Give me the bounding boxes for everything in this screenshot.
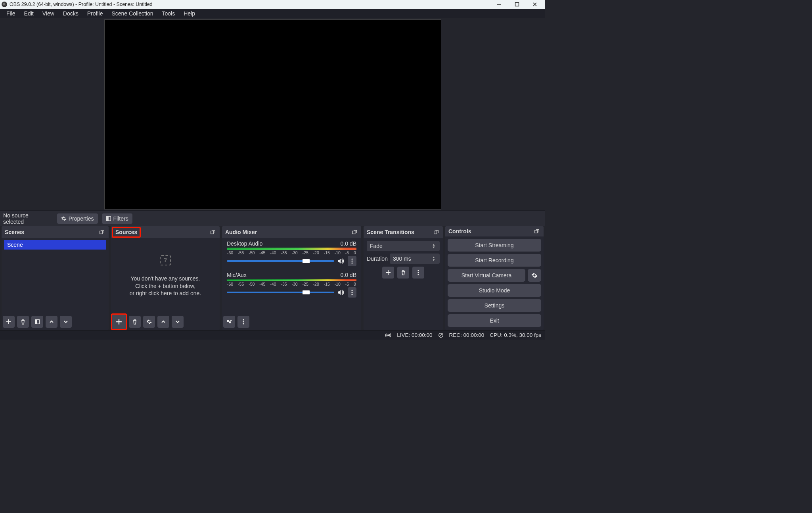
svg-point-34 [388, 334, 389, 336]
scene-item[interactable]: Scene [4, 240, 106, 250]
scenes-list[interactable]: Scene [2, 238, 109, 314]
svg-point-30 [417, 270, 419, 271]
sources-empty-area[interactable]: ? You don't have any sources. Click the … [111, 238, 220, 314]
volume-slider[interactable] [227, 260, 334, 262]
meter-ticks: -60-55-50-45-40-35-30-25-20-15-10-50 [227, 250, 356, 255]
duration-input[interactable]: 300 ms ▲▼ [390, 254, 440, 264]
remove-transition-button[interactable] [397, 267, 409, 279]
svg-point-16 [351, 260, 352, 261]
controls-panel: Controls Start Streaming Start Recording… [445, 226, 544, 330]
start-vcam-button[interactable]: Start Virtual Camera [448, 269, 525, 282]
no-record-icon [438, 332, 444, 338]
start-recording-button[interactable]: Start Recording [448, 254, 541, 267]
transition-menu-button[interactable] [412, 267, 424, 279]
popout-icon[interactable] [533, 228, 540, 235]
source-properties-button[interactable] [143, 316, 155, 328]
add-scene-button[interactable] [3, 316, 15, 328]
menu-view[interactable]: View [38, 10, 59, 17]
move-scene-down-button[interactable] [60, 316, 72, 328]
transition-select[interactable]: Fade ▲▼ [367, 241, 440, 251]
svg-rect-11 [211, 231, 214, 234]
filters-icon [106, 216, 111, 221]
controls-title: Controls [448, 228, 471, 234]
speaker-icon[interactable] [337, 258, 345, 264]
maximize-button[interactable] [508, 0, 526, 9]
channel-db: 0.0 dB [341, 240, 356, 247]
source-status-label: No source selected [3, 212, 49, 225]
scenes-panel: Scenes Scene [2, 226, 109, 330]
popout-icon[interactable] [351, 229, 358, 236]
question-icon: ? [160, 255, 171, 265]
rec-status: REC: 00:00:00 [449, 332, 485, 338]
chevron-updown-icon: ▲▼ [431, 256, 437, 261]
svg-point-17 [351, 262, 352, 263]
chevron-updown-icon: ▲▼ [431, 243, 437, 249]
menu-edit[interactable]: Edit [20, 10, 38, 17]
gear-icon [61, 216, 67, 221]
svg-rect-14 [352, 231, 355, 234]
transitions-header: Scene Transitions [364, 226, 443, 238]
properties-button-label: Properties [69, 215, 94, 222]
mixer-menu-button[interactable] [237, 316, 249, 328]
controls-header: Controls [445, 226, 544, 236]
menu-profile[interactable]: Profile [83, 10, 107, 17]
svg-point-15 [351, 258, 352, 259]
menu-tools[interactable]: Tools [158, 10, 180, 17]
svg-line-36 [439, 333, 442, 337]
duration-label: Duration [367, 256, 388, 262]
svg-point-32 [417, 274, 419, 275]
channel-name: Mic/Aux [227, 272, 247, 278]
popout-icon[interactable] [98, 229, 105, 236]
speaker-icon[interactable] [337, 290, 345, 295]
svg-rect-5 [106, 216, 108, 221]
menu-file[interactable]: File [2, 10, 20, 17]
svg-point-26 [243, 323, 244, 324]
filters-button[interactable]: Filters [102, 213, 132, 224]
obs-logo-icon [2, 2, 7, 7]
channel-db: 0.0 dB [341, 272, 356, 278]
remove-scene-button[interactable] [17, 316, 29, 328]
source-toolbar: No source selected Properties Filters [0, 210, 545, 226]
volume-slider[interactable] [227, 292, 334, 293]
sources-header: Sources [111, 226, 220, 238]
scenes-title: Scenes [5, 229, 24, 235]
minimize-button[interactable] [490, 0, 508, 9]
menu-docks[interactable]: Docks [59, 10, 83, 17]
transitions-panel: Scene Transitions Fade ▲▼ Duration 300 m… [364, 226, 443, 330]
empty-line3: or right click here to add one. [130, 290, 201, 297]
sources-title-highlight: Sources [112, 227, 141, 238]
cpu-status: CPU: 0.3%, 30.00 fps [490, 332, 541, 338]
scene-filter-button[interactable] [31, 316, 43, 328]
meter-ticks: -60-55-50-45-40-35-30-25-20-15-10-50 [227, 282, 356, 286]
svg-point-25 [243, 321, 244, 322]
mixer-header: Audio Mixer [222, 226, 361, 238]
move-source-down-button[interactable] [172, 316, 184, 328]
svg-point-21 [227, 320, 229, 322]
preview-canvas[interactable] [105, 20, 441, 209]
empty-line1: You don't have any sources. [131, 275, 200, 282]
close-button[interactable] [526, 0, 544, 9]
studio-mode-button[interactable]: Studio Mode [448, 284, 541, 297]
channel-name: Desktop Audio [227, 240, 262, 247]
start-streaming-button[interactable]: Start Streaming [448, 239, 541, 252]
move-source-up-button[interactable] [157, 316, 169, 328]
broadcast-icon [385, 332, 391, 338]
vcam-settings-button[interactable] [528, 269, 541, 282]
channel-menu-button[interactable] [348, 256, 356, 266]
channel-menu-button[interactable] [348, 287, 356, 298]
move-scene-up-button[interactable] [46, 316, 57, 328]
properties-button[interactable]: Properties [57, 213, 98, 224]
menu-help[interactable]: Help [179, 10, 199, 17]
mixer-advanced-button[interactable] [223, 316, 235, 328]
settings-button[interactable]: Settings [448, 299, 541, 312]
popout-icon[interactable] [209, 229, 216, 236]
duration-value: 300 ms [393, 256, 411, 262]
add-source-button[interactable] [111, 314, 126, 329]
scenes-header: Scenes [2, 226, 109, 238]
popout-icon[interactable] [433, 229, 440, 236]
add-transition-button[interactable] [382, 267, 394, 279]
remove-source-button[interactable] [129, 316, 141, 328]
svg-point-18 [351, 290, 352, 291]
exit-button[interactable]: Exit [448, 314, 541, 327]
menu-scene-collection[interactable]: Scene Collection [107, 10, 157, 17]
